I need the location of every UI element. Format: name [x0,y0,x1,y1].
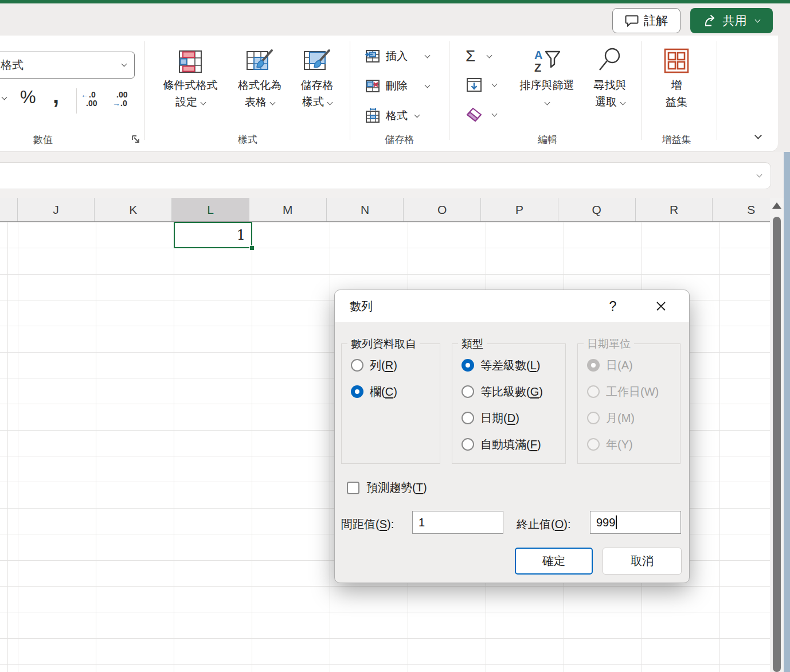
dropdown-chevron-icon [425,52,431,58]
scroll-up-arrow-icon[interactable] [772,202,781,209]
conditional-formatting-button[interactable]: 條件式格式 設定 [157,47,224,110]
dialog-close-button[interactable] [651,298,671,315]
active-cell-L1[interactable]: 1 [174,222,252,248]
column-header-K[interactable]: K [95,198,172,221]
window-right-edge [784,152,790,672]
number-format-combobox[interactable]: 格式 [0,52,135,79]
dialog-help-button[interactable]: ? [604,298,621,315]
stop-value-input[interactable]: 999 [590,511,681,534]
radio-date[interactable]: 日期(D) [462,411,519,425]
format-as-table-button[interactable]: 格式化為 表格 [226,47,294,110]
button-label: 刪除 [386,79,408,93]
left-arrow-icon: ← [81,90,89,99]
radio-icon-checked[interactable] [351,385,363,398]
cut-button-chevron-icon[interactable] [2,95,7,100]
dropdown-chevron-icon [544,100,550,106]
active-cell-value: 1 [237,227,245,243]
column-header-O[interactable]: O [404,198,481,221]
radio-icon-checked[interactable] [462,359,474,372]
radio-autofill[interactable]: 自動填滿(F) [462,437,541,452]
share-label: 共用 [723,13,747,29]
radio-icon-unchecked[interactable] [462,438,474,451]
addins-icon [663,47,690,75]
cell-styles-button[interactable]: 儲存格 樣式 [285,47,349,110]
button-label: 格式化為 [226,77,294,93]
trend-checkbox-row[interactable]: 預測趨勢(T) [347,480,427,495]
dropdown-chevron-icon [270,100,276,106]
column-header-L-selected[interactable]: L [172,198,249,221]
dialog-title: 數列 [350,299,373,314]
percent-style-button[interactable]: % [20,87,36,108]
svg-text:Z: Z [534,61,541,74]
radio-linear[interactable]: 等差級數(L) [462,358,540,373]
column-header-partial[interactable] [0,198,18,221]
cancel-button[interactable]: 取消 [603,548,682,575]
dialog-title-bar[interactable]: 數列 [335,290,689,322]
fill-button[interactable] [466,77,496,92]
column-header-M[interactable]: M [249,198,327,221]
cells-group-label: 儲存格 [368,133,431,148]
decimal-text: .0 [120,99,127,108]
column-header-P[interactable]: P [481,198,558,221]
decrease-decimal-button[interactable]: ←.0 .00 [81,91,97,108]
number-dialog-launcher-icon[interactable] [131,134,141,144]
column-header-J[interactable]: J [18,198,95,221]
button-label: 格式 [386,108,408,123]
expand-formula-bar-chevron-icon[interactable] [757,172,762,178]
checkbox-unchecked-icon[interactable] [347,482,359,494]
format-cells-button[interactable]: 格式 [365,106,419,126]
share-dropdown-chevron-icon[interactable] [754,17,760,22]
column-header-Q[interactable]: Q [558,198,636,221]
delete-cells-button[interactable]: 刪除 [365,76,429,96]
share-button[interactable]: 共用 [690,8,773,33]
sigma-icon: Σ [466,47,475,65]
right-arrow-icon: → [112,99,120,108]
step-value-input[interactable]: 1 [412,511,503,534]
cell-styles-icon [303,48,331,75]
addins-button[interactable]: 增 益集 [647,47,706,110]
find-select-button[interactable]: 尋找與 選取 [579,47,641,110]
button-label: 樣式 [302,96,324,108]
radio-label: 年(Y) [606,437,633,452]
vertical-scrollbar[interactable] [770,198,784,672]
column-header-N[interactable]: N [327,198,404,221]
date-unit-legend: 日期單位 [584,337,634,351]
scrollbar-thumb[interactable] [773,217,781,672]
group-separator [642,41,642,140]
group-separator [144,41,145,140]
radio-growth[interactable]: 等比級數(G) [462,384,543,399]
insert-cells-button[interactable]: 插入 [365,46,429,66]
insert-cells-icon [365,48,381,64]
radio-columns[interactable]: 欄(C) [351,384,397,399]
title-bar: 註解 共用 [0,3,790,36]
increase-decimal-button[interactable]: .00 →.0 [112,91,127,108]
formula-bar[interactable] [0,162,771,189]
fill-handle[interactable] [249,245,255,251]
comma-style-button[interactable]: , [53,83,59,108]
dropdown-chevron-icon [620,100,626,106]
collapse-ribbon-chevron-icon[interactable] [754,132,762,139]
comments-button[interactable]: 註解 [612,8,681,33]
clear-button[interactable] [466,107,496,123]
series-in-legend: 數列資料取自 [347,337,420,351]
radio-icon-unchecked[interactable] [462,412,474,424]
radio-year-disabled: 年(Y) [587,437,633,452]
dropdown-chevron-icon [492,111,498,116]
decimal-text: .00 [86,99,97,108]
close-x-icon [655,300,667,312]
radio-icon-unchecked[interactable] [351,359,363,372]
text-caret [616,515,617,529]
button-label: 設定 [175,96,197,108]
radio-icon-unchecked[interactable] [462,385,474,398]
radio-label: 日(A) [606,358,633,373]
dropdown-chevron-icon [414,112,420,118]
dropdown-chevron-icon [487,52,492,58]
button-label: 儲存格 [285,77,349,93]
autosum-button[interactable]: Σ [466,47,491,65]
sort-filter-button[interactable]: A Z 排序與篩選 [512,47,582,110]
radio-label: 等比級數(G) [480,384,543,400]
dropdown-chevron-icon [327,100,333,106]
column-header-R[interactable]: R [636,198,713,221]
radio-rows[interactable]: 列(R) [351,358,397,373]
ok-button[interactable]: 確定 [515,548,593,575]
